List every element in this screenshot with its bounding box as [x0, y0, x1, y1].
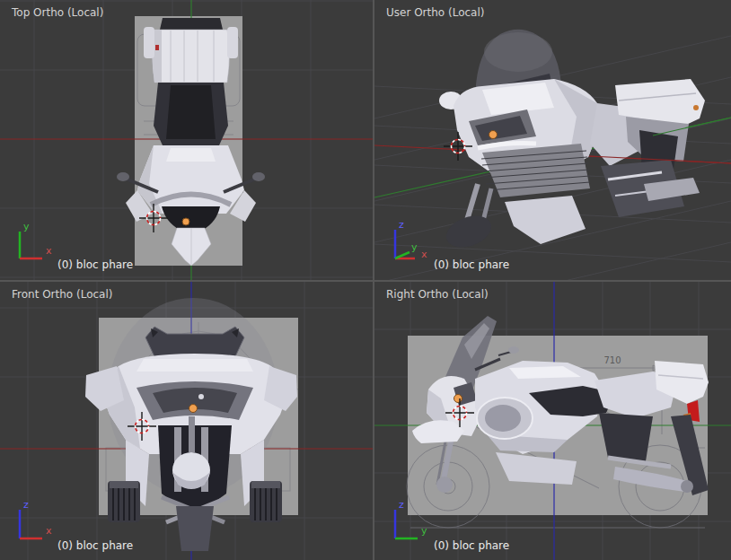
gizmo-z-label: z [23, 499, 29, 511]
viewport-canvas-user[interactable]: z y x [374, 0, 731, 280]
gizmo-y-label: y [23, 221, 30, 232]
viewport-title: User Ortho (Local) [386, 6, 484, 19]
active-object-label: (0) bloc phare [57, 258, 133, 271]
gizmo-y-label: y [421, 525, 427, 537]
gizmo-x-label: x [46, 525, 52, 537]
object-origin-dot [189, 405, 198, 413]
axis-gizmo: y x [20, 221, 52, 258]
object-origin-dot [489, 131, 498, 139]
active-object-label: (0) bloc phare [434, 539, 509, 552]
gizmo-y-label: y [411, 241, 418, 253]
active-object-label: (0) bloc phare [57, 539, 133, 552]
axis-gizmo: z x [20, 499, 52, 538]
gizmo-x-label: x [421, 249, 427, 260]
viewport-top-ortho[interactable]: y x Top Ortho (Local) (0) bloc phare [0, 0, 373, 280]
viewport-title: Top Ortho (Local) [12, 6, 103, 19]
gizmo-x-label: x [46, 245, 52, 257]
object-origin-dot [454, 395, 462, 403]
gizmo-z-label: z [399, 219, 404, 231]
active-object-label: (0) bloc phare [434, 258, 509, 271]
viewport-canvas-front[interactable]: 210 [0, 282, 373, 560]
viewport-front-ortho[interactable]: 210 [0, 282, 373, 560]
viewport-right-ortho[interactable]: 710 90 2 [374, 282, 731, 560]
viewport-title: Right Ortho (Local) [386, 288, 489, 301]
viewport-canvas-top[interactable]: y x [0, 0, 373, 280]
blender-quad-view: y x Top Ortho (Local) (0) bloc phare [0, 0, 731, 560]
viewport-user-ortho[interactable]: z y x User Ortho (Local) (0) bloc phare [374, 0, 731, 280]
viewport-canvas-right[interactable]: 710 90 2 [374, 282, 731, 560]
axis-gizmo: z y x [395, 219, 427, 260]
object-origin-dot [182, 218, 189, 225]
viewport-title: Front Ortho (Local) [12, 288, 112, 301]
blueprint-dim-710: 710 [603, 355, 621, 365]
gizmo-z-label: z [399, 499, 404, 511]
